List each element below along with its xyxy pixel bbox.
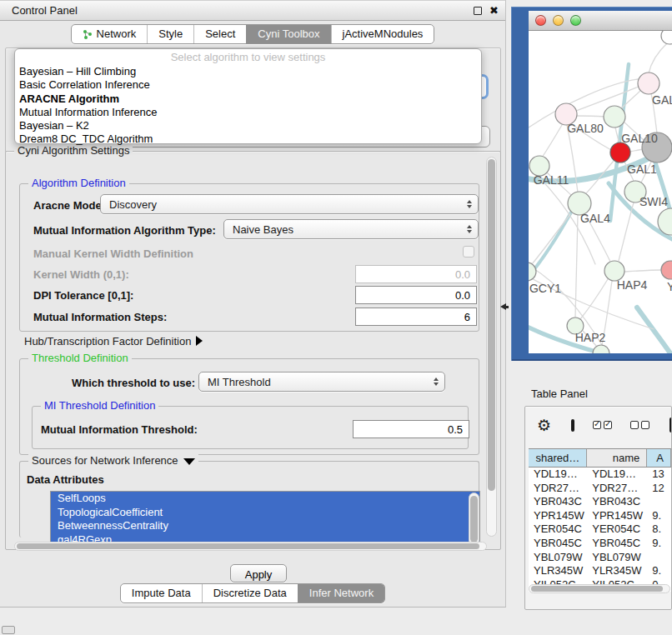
manual-kernel-checkbox[interactable] [463, 246, 474, 258]
table-panel-title: Table Panel [531, 388, 588, 400]
node-gcy1[interactable] [529, 262, 536, 281]
node-label: GAL4 [580, 212, 610, 225]
algorithm-option[interactable]: Dream8 DC_TDC Algorithm [15, 132, 481, 146]
algorithm-option[interactable]: Bayesian – Hill Climbing [15, 65, 481, 78]
attribute-list-item[interactable]: TopologicalCoefficient [51, 506, 479, 520]
data-tabs-bar: Impute DataDiscretize DataInfer Network [0, 583, 505, 603]
column-header[interactable]: A [647, 449, 671, 467]
data-attributes-list[interactable]: SelfLoopsTopologicalCoefficientBetweenne… [50, 491, 480, 548]
table-cell: YBL079W [529, 551, 587, 565]
close-traffic-light-icon[interactable] [535, 15, 546, 26]
network-canvas[interactable]: GALGAL80GAL10GAL1GAL11SWI4GAL4GCY1HAP4YH… [529, 31, 672, 353]
algorithm-option[interactable]: Bayesian – K2 [15, 119, 481, 132]
network-edge[interactable] [580, 279, 608, 319]
table-cell: 13 [647, 468, 671, 482]
tab-jactivemnodules[interactable]: jActiveMNodules [331, 25, 434, 43]
table-cell: 8. [647, 522, 671, 537]
attribute-list-item[interactable]: SelfLoops [51, 492, 479, 506]
attribute-list-item[interactable]: BetweennessCentrality [51, 519, 479, 533]
node-gal-pink[interactable] [638, 72, 659, 94]
node-top[interactable] [661, 31, 672, 44]
attributes-vertical-scrollbar[interactable] [469, 492, 479, 546]
close-icon[interactable]: ✖ [489, 7, 499, 15]
mi-threshold-title: MI Threshold Definition [41, 399, 158, 412]
tab-network[interactable]: Network [72, 25, 148, 43]
node-red[interactable] [610, 142, 630, 162]
table-row[interactable]: YER054CYER054C8. [529, 522, 671, 537]
network-edge[interactable] [637, 308, 672, 353]
minimize-traffic-light-icon[interactable] [553, 15, 564, 26]
algorithm-option[interactable]: ARACNE Algorithm [15, 92, 481, 106]
mi-type-combo[interactable]: Naive Bayes [223, 219, 479, 239]
float-window-icon[interactable] [474, 7, 482, 15]
collapse-down-icon [183, 458, 195, 465]
dpi-tolerance-input[interactable]: 0.0 [355, 286, 477, 304]
split-columns-icon[interactable] [571, 419, 574, 432]
column-header[interactable]: shared… [529, 449, 587, 467]
table-row[interactable]: YBR043CYBR043C [529, 495, 671, 509]
tab-impute-data[interactable]: Impute Data [121, 584, 202, 602]
table-row[interactable]: YDL19…YDL19…13 [529, 468, 671, 482]
minimized-panel-icon[interactable] [2, 626, 15, 634]
mi-threshold-input[interactable]: 0.5 [353, 420, 469, 438]
network-edge[interactable] [532, 214, 570, 264]
control-panel-tabbar: NetworkStyleSelectCyni ToolboxjActiveMNo… [0, 24, 505, 44]
sources-title-toggle[interactable]: Sources for Network Inference [28, 454, 198, 467]
control-panel-window: Control Panel ✖ NetworkStyleSelectCyni T… [0, 0, 506, 608]
network-edge[interactable] [629, 149, 643, 152]
table-row[interactable]: YDR27…YDR27…12 [529, 482, 671, 496]
node-table: shared…nameA YDL19…YDL19…13YDR27…YDR27…1… [529, 448, 671, 592]
checked-pair-icon[interactable] [593, 421, 612, 429]
aracne-mode-value: Discovery [109, 198, 157, 211]
algorithm-option[interactable]: Mutual Information Inference [15, 106, 481, 119]
network-edge[interactable] [542, 125, 562, 158]
threshold-definition-title: Threshold Definition [28, 352, 132, 364]
network-edge[interactable] [576, 87, 639, 111]
tab-select[interactable]: Select [193, 25, 246, 43]
unchecked-pair-icon[interactable] [630, 421, 649, 429]
table-row[interactable]: YBR045CYBR045C9. [529, 537, 671, 551]
table-row[interactable]: YLR345WYLR345W9. [529, 564, 671, 578]
table-cell [647, 551, 671, 565]
node-salmon[interactable] [661, 261, 672, 279]
network-view-window[interactable]: GALGAL80GAL10GAL1GAL11SWI4GAL4GCY1HAP4YH… [511, 7, 672, 361]
settings-vertical-scrollbar[interactable] [486, 157, 497, 537]
combo-stepper-icon [467, 200, 472, 208]
tab-style[interactable]: Style [147, 25, 193, 43]
algorithm-option[interactable]: Basic Correlation Inference [15, 78, 481, 92]
aracne-mode-combo[interactable]: Discovery [100, 194, 479, 214]
tab-label: Network [97, 28, 137, 40]
table-row[interactable]: YBL079WYBL079W [529, 551, 671, 565]
table-panel: ⚙ shared…nameA YDL19…YDL19…13YDR27…YDR27… [524, 406, 672, 610]
table-horizontal-scrollbar[interactable] [529, 584, 670, 593]
settings-horizontal-scrollbar[interactable] [14, 542, 487, 551]
column-header[interactable]: name [587, 449, 647, 467]
apply-button[interactable]: Apply [230, 564, 287, 582]
which-threshold-combo[interactable]: MI Threshold [198, 372, 445, 392]
mi-steps-input[interactable]: 6 [355, 308, 477, 326]
table-row[interactable]: YPR145WYPR145W9. [529, 509, 671, 523]
tab-infer-network[interactable]: Infer Network [298, 584, 384, 602]
mouse-cursor [500, 303, 506, 310]
gear-icon[interactable]: ⚙ [537, 416, 551, 435]
network-edge[interactable] [577, 116, 604, 117]
network-icon [83, 29, 93, 39]
tab-discretize-data[interactable]: Discretize Data [202, 584, 298, 602]
data-attributes-label: Data Attributes [27, 473, 104, 486]
sources-group: Sources for Network Inference Data Attri… [19, 461, 479, 538]
network-edge[interactable] [575, 215, 578, 318]
hub-definition-toggle[interactable]: Hub/Transcription Factor Definition [24, 335, 203, 348]
node-label: GAL [652, 93, 672, 107]
algorithm-dropdown-popup: Select algorithm to view settings Bayesi… [14, 48, 482, 144]
node-gal10[interactable] [604, 106, 625, 128]
kernel-width-label: Kernel Width (0,1): [33, 268, 129, 281]
network-edge[interactable] [624, 270, 661, 272]
network-window-titlebar[interactable] [529, 11, 672, 31]
network-edge[interactable] [649, 42, 668, 73]
node-bottom[interactable] [593, 345, 609, 353]
tab-cyni-toolbox[interactable]: Cyni Toolbox [246, 25, 330, 43]
network-edge[interactable] [619, 202, 634, 261]
kernel-width-input[interactable]: 0.0 [355, 265, 477, 283]
table-cell: YBR045C [529, 537, 587, 551]
zoom-traffic-light-icon[interactable] [570, 15, 581, 26]
